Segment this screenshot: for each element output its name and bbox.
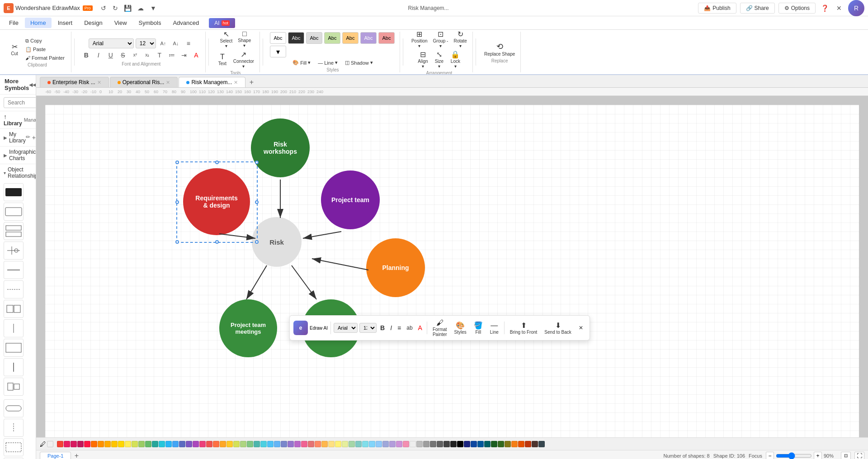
color-swatch[interactable] <box>403 441 409 447</box>
color-swatch[interactable] <box>355 441 362 447</box>
handle-bl[interactable] <box>175 240 179 244</box>
shape-item-9[interactable] <box>4 339 24 357</box>
color-swatch[interactable] <box>64 441 70 447</box>
color-swatch[interactable] <box>118 441 124 447</box>
color-swatch[interactable] <box>525 441 531 447</box>
color-picker-icon[interactable]: 🖊 <box>40 440 46 448</box>
replace-shape-button[interactable]: ⟲Replace Shape <box>482 41 517 57</box>
shape-item-8[interactable] <box>4 319 24 337</box>
shape-item-3[interactable] <box>4 222 24 240</box>
tab-risk-management[interactable]: Risk Managem... ✕ <box>179 77 245 87</box>
strikethrough-button[interactable]: S <box>118 50 128 61</box>
color-swatch[interactable] <box>423 441 429 447</box>
zoom-out-button[interactable]: − <box>766 452 774 459</box>
shape-risk-workshops[interactable]: Riskworkshops <box>251 118 310 177</box>
canvas[interactable]: Riskworkshops Requirements& design <box>45 105 859 437</box>
shape-project-team[interactable]: Project team <box>321 170 380 229</box>
color-swatch[interactable] <box>111 441 118 447</box>
shadow-button[interactable]: ◫ Shadow ▾ <box>342 59 376 66</box>
handle-tl[interactable] <box>175 161 179 164</box>
color-swatch[interactable] <box>376 441 382 447</box>
color-swatch[interactable] <box>511 441 518 447</box>
shape-item-c[interactable] <box>4 438 24 456</box>
color-swatch[interactable] <box>138 441 145 447</box>
style-swatch-4[interactable]: Abc <box>324 32 340 44</box>
rotate-button[interactable]: ↻Rotate▾ <box>452 30 468 49</box>
color-swatch[interactable] <box>226 441 233 447</box>
style-swatch-5[interactable]: Abc <box>342 32 359 44</box>
shape-item-4[interactable] <box>4 241 24 260</box>
sidebar-collapse-btn[interactable]: ◀◀ <box>29 82 36 88</box>
color-swatch[interactable] <box>491 441 497 447</box>
color-swatch[interactable] <box>294 441 301 447</box>
handle-tm[interactable] <box>215 161 219 164</box>
ft-ab-button[interactable]: ab <box>405 324 414 332</box>
color-swatch[interactable] <box>84 441 90 447</box>
color-swatch[interactable] <box>145 441 151 447</box>
shape-item-7[interactable] <box>4 300 24 318</box>
style-swatch-more[interactable]: ▾ <box>270 46 286 57</box>
color-swatch[interactable] <box>98 441 104 447</box>
decrease-font-button[interactable]: A↓ <box>170 38 181 49</box>
align-button[interactable]: ≡ <box>183 38 194 49</box>
shape-project-team-meetings[interactable]: Project teammeetings <box>219 299 277 357</box>
ft-fill-button[interactable]: 🪣 Fill <box>471 320 486 336</box>
color-swatch[interactable] <box>430 441 436 447</box>
add-icon[interactable]: + <box>32 134 36 141</box>
line-button[interactable]: — Line ▾ <box>315 59 340 66</box>
shape-item-11[interactable] <box>4 378 24 396</box>
ai-button[interactable]: AIhot <box>209 18 235 28</box>
color-swatch[interactable] <box>77 441 84 447</box>
connector-tool-button[interactable]: ↗Connector▾ <box>231 49 256 70</box>
menu-view[interactable]: View <box>109 18 132 28</box>
lock-button[interactable]: 🔒Lock▾ <box>448 49 462 70</box>
shape-tool-button[interactable]: □Shape▾ <box>236 30 253 49</box>
search-input[interactable] <box>4 97 36 108</box>
fullscreen-button[interactable]: ⛶ <box>854 452 864 459</box>
color-swatch[interactable] <box>179 441 185 447</box>
color-swatch[interactable] <box>335 441 341 447</box>
color-swatch[interactable] <box>437 441 443 447</box>
color-swatch[interactable] <box>410 441 416 447</box>
underline-button[interactable]: U <box>105 50 116 61</box>
color-swatch[interactable] <box>315 441 321 447</box>
zoom-in-button[interactable]: + <box>814 452 822 459</box>
indent-button[interactable]: ⇥ <box>179 50 189 61</box>
select-tool-button[interactable]: ↖Select▾ <box>218 30 235 49</box>
color-swatch[interactable] <box>342 441 348 447</box>
color-swatch[interactable] <box>247 441 253 447</box>
italic-button[interactable]: I <box>93 50 104 61</box>
font-color-button[interactable]: A <box>191 50 202 61</box>
color-swatch[interactable] <box>267 441 274 447</box>
ft-line-button[interactable]: — Line <box>487 320 501 336</box>
menu-insert[interactable]: Insert <box>52 18 78 28</box>
fit-page-button[interactable]: ⊡ <box>841 452 851 459</box>
menu-home[interactable]: Home <box>25 18 52 28</box>
tab-close-3[interactable]: ✕ <box>234 80 238 85</box>
shape-item-b[interactable] <box>4 419 24 437</box>
color-swatch[interactable] <box>165 441 172 447</box>
avatar[interactable]: R <box>848 0 864 16</box>
color-swatch[interactable] <box>349 441 355 447</box>
text-tool-button[interactable]: TText <box>215 52 230 67</box>
zoom-slider[interactable] <box>776 452 812 459</box>
ft-font-color-button[interactable]: A <box>416 323 424 332</box>
no-color-swatch[interactable] <box>47 441 53 447</box>
color-swatch[interactable] <box>443 441 450 447</box>
ft-italic-button[interactable]: I <box>388 323 394 332</box>
color-swatch[interactable] <box>152 441 158 447</box>
shape-item-10[interactable] <box>4 358 24 376</box>
style-swatch-6[interactable]: Abc <box>360 32 377 44</box>
text-icon-button[interactable]: T <box>154 50 165 61</box>
tab-close-1[interactable]: ✕ <box>97 80 101 85</box>
color-swatch[interactable] <box>532 441 538 447</box>
ft-format-painter-button[interactable]: 🖌 Format Painter <box>430 317 450 338</box>
redo-button[interactable]: ↻ <box>110 3 121 14</box>
color-swatch[interactable] <box>538 441 545 447</box>
ft-styles-button[interactable]: 🎨 Styles <box>452 320 469 336</box>
color-swatch[interactable] <box>57 441 63 447</box>
ft-font-select[interactable]: Arial <box>334 323 358 333</box>
color-swatch[interactable] <box>274 441 280 447</box>
help-button[interactable]: ❓ <box>819 3 830 14</box>
handle-ml[interactable] <box>175 200 179 204</box>
